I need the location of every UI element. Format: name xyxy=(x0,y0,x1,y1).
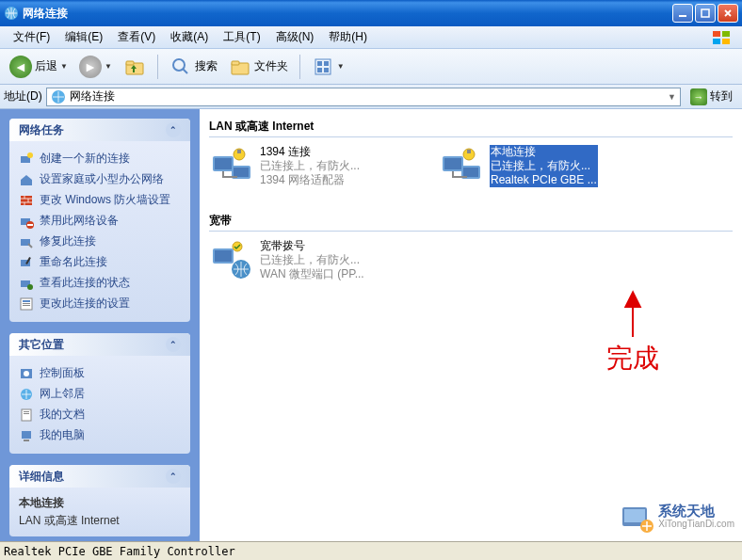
other-places-header[interactable]: 其它位置 ⌃ xyxy=(9,333,190,356)
minimize-button[interactable] xyxy=(672,4,693,23)
panel-title: 其它位置 xyxy=(19,337,64,353)
network-adapter-icon xyxy=(439,145,484,190)
task-setup-network[interactable]: 设置家庭或小型办公网络 xyxy=(19,169,181,190)
lan-items-row: 1394 连接 已连接上，有防火... 1394 网络适配器 本地连接 已连接上… xyxy=(209,145,733,190)
svg-rect-52 xyxy=(467,150,471,153)
details-header[interactable]: 详细信息 ⌃ xyxy=(9,465,190,488)
connection-name: 宽带拨号 xyxy=(260,239,364,253)
network-adapter-icon xyxy=(209,145,254,190)
statusbar: Realtek PCIe GBE Family Controller xyxy=(0,541,742,560)
svg-rect-36 xyxy=(22,409,31,421)
folder-up-icon xyxy=(123,56,146,78)
task-create-connection[interactable]: 创建一个新的连接 xyxy=(19,149,181,169)
connection-name: 本地连接 xyxy=(490,145,598,159)
task-repair[interactable]: 修复此连接 xyxy=(19,232,181,252)
titlebar: 网络连接 xyxy=(0,0,742,26)
menu-tools[interactable]: 工具(T) xyxy=(216,27,267,47)
views-dropdown-icon[interactable]: ▼ xyxy=(337,62,345,71)
up-button[interactable] xyxy=(120,54,150,80)
link-my-computer[interactable]: 我的电脑 xyxy=(19,425,181,446)
go-button[interactable]: → 转到 xyxy=(685,88,738,105)
address-dropdown-icon[interactable]: ▼ xyxy=(668,92,676,102)
panel-title: 详细信息 xyxy=(19,469,64,485)
main-area: LAN 或高速 Internet 1394 连接 已连接上，有防火... 139… xyxy=(200,109,742,541)
svg-rect-32 xyxy=(23,305,30,306)
address-value: 网络连接 xyxy=(70,88,115,104)
address-input[interactable]: 网络连接 ▼ xyxy=(46,88,681,106)
back-arrow-icon: ◄ xyxy=(9,56,32,78)
task-firewall[interactable]: 更改 Windows 防火墙设置 xyxy=(19,190,181,211)
back-button[interactable]: ◄ 后退 ▼ xyxy=(6,54,72,80)
toolbar: ◄ 后退 ▼ ► ▼ 搜索 文件夹 ▼ xyxy=(0,49,742,85)
folders-label: 文件夹 xyxy=(254,58,288,74)
control-panel-icon xyxy=(19,366,34,381)
link-control-panel[interactable]: 控制面板 xyxy=(19,363,181,384)
collapse-icon: ⌃ xyxy=(166,122,181,137)
svg-rect-4 xyxy=(722,31,730,37)
window-controls xyxy=(672,4,738,23)
group-header-broadband: 宽带 xyxy=(209,207,733,232)
svg-rect-6 xyxy=(722,39,730,44)
menu-favorites[interactable]: 收藏(A) xyxy=(163,27,216,47)
group-header-lan: LAN 或高速 Internet xyxy=(209,113,733,137)
views-icon xyxy=(312,56,334,78)
svg-rect-2 xyxy=(702,9,709,17)
task-disable-device[interactable]: 禁用此网络设备 xyxy=(19,211,181,232)
forward-button[interactable]: ► ▼ xyxy=(75,54,116,80)
menu-help[interactable]: 帮助(H) xyxy=(321,27,375,47)
svg-rect-50 xyxy=(463,168,478,177)
svg-point-28 xyxy=(27,284,33,290)
broadband-items-row: 宽带拨号 已连接上，有防火... WAN 微型端口 (PP... xyxy=(209,239,733,284)
task-status[interactable]: 查看此连接的状态 xyxy=(19,273,181,294)
menu-file[interactable]: 文件(F) xyxy=(6,27,57,47)
svg-rect-48 xyxy=(444,158,461,169)
folders-icon xyxy=(229,56,251,78)
connection-local[interactable]: 本地连接 已连接上，有防火... Realtek PCIe GBE ... xyxy=(439,145,646,190)
search-icon xyxy=(169,56,192,78)
firewall-icon xyxy=(19,193,34,208)
link-my-documents[interactable]: 我的文档 xyxy=(19,405,181,425)
network-connections-icon xyxy=(51,89,66,104)
home-network-icon xyxy=(19,172,34,187)
svg-point-19 xyxy=(27,152,33,158)
connection-text: 本地连接 已连接上，有防火... Realtek PCIe GBE ... xyxy=(490,145,598,190)
details-type: LAN 或高速 Internet xyxy=(19,513,181,529)
connection-1394[interactable]: 1394 连接 已连接上，有防火... 1394 网络适配器 xyxy=(209,145,416,190)
maximize-button[interactable] xyxy=(695,4,716,23)
collapse-icon: ⌃ xyxy=(166,337,181,352)
link-network-places[interactable]: 网上邻居 xyxy=(19,384,181,405)
menubar: 文件(F) 编辑(E) 查看(V) 收藏(A) 工具(T) 高级(N) 帮助(H… xyxy=(0,26,742,49)
statusbar-text: Realtek PCIe GBE Family Controller xyxy=(4,545,235,558)
search-button[interactable]: 搜索 xyxy=(166,54,221,80)
network-tasks-header[interactable]: 网络任务 ⌃ xyxy=(9,119,190,141)
forward-dropdown-icon[interactable]: ▼ xyxy=(105,62,112,71)
views-button[interactable]: ▼ xyxy=(308,54,348,80)
svg-rect-14 xyxy=(324,61,329,66)
connection-text: 1394 连接 已连接上，有防火... 1394 网络适配器 xyxy=(260,145,360,190)
forward-arrow-icon: ► xyxy=(79,56,102,78)
go-label: 转到 xyxy=(710,88,733,104)
folders-button[interactable]: 文件夹 xyxy=(225,54,292,80)
close-button[interactable] xyxy=(718,4,738,23)
back-dropdown-icon[interactable]: ▼ xyxy=(60,62,68,71)
disable-icon xyxy=(19,214,34,229)
menu-advanced[interactable]: 高级(N) xyxy=(268,27,322,47)
toolbar-separator xyxy=(299,55,300,79)
addressbar: 地址(D) 网络连接 ▼ → 转到 xyxy=(0,85,742,109)
menu-view[interactable]: 查看(V) xyxy=(110,27,163,47)
windows-logo-icon xyxy=(710,28,736,47)
network-connections-icon xyxy=(4,6,19,21)
watermark-text: 系统天地 XiTongTianDi.com xyxy=(658,504,734,531)
task-properties[interactable]: 更改此连接的设置 xyxy=(19,294,181,314)
menu-edit[interactable]: 编辑(E) xyxy=(57,27,110,47)
network-places-icon xyxy=(19,387,34,402)
svg-rect-13 xyxy=(317,61,322,66)
connection-broadband[interactable]: 宽带拨号 已连接上，有防火... WAN 微型端口 (PP... xyxy=(209,239,416,284)
properties-icon xyxy=(19,296,34,312)
svg-rect-46 xyxy=(237,150,241,153)
task-rename[interactable]: 重命名此连接 xyxy=(19,252,181,273)
svg-rect-11 xyxy=(232,61,239,65)
connection-name: 1394 连接 xyxy=(260,145,360,159)
rename-icon xyxy=(19,255,34,270)
status-icon xyxy=(19,276,34,291)
